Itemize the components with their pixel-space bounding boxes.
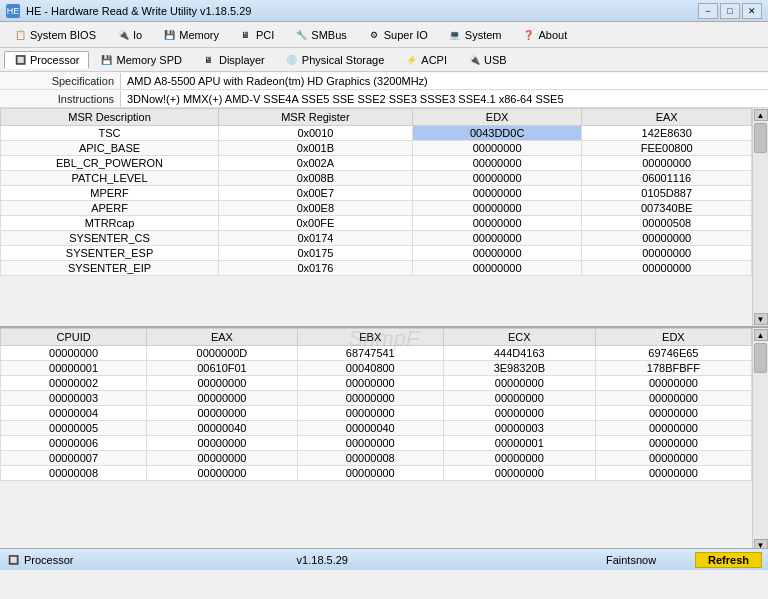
cpuid-cell-ebx: 00000008 <box>297 451 443 466</box>
msr-cell-desc: SYSENTER_ESP <box>1 246 219 261</box>
cpuid-header-edx: EDX <box>595 329 751 346</box>
msr-table: MSR Description MSR Register EDX EAX TSC… <box>0 108 752 276</box>
msr-row: EBL_CR_POWERON 0x002A 00000000 00000000 <box>1 156 752 171</box>
cpuid-row: 00000001 00610F01 00040800 3E98320B 178B… <box>1 361 752 376</box>
cpuid-cell-eax: 0000000D <box>147 346 298 361</box>
msr-header-reg: MSR Register <box>219 109 413 126</box>
nav-tab-about[interactable]: ❓ About <box>512 26 576 44</box>
msr-cell-reg: 0x00FE <box>219 216 413 231</box>
cpuid-cell-eax: 00000040 <box>147 421 298 436</box>
msr-scroll-up[interactable]: ▲ <box>754 109 768 121</box>
instructions-value: 3DNow!(+) MMX(+) AMD-V SSE4A SSE5 SSE SS… <box>120 91 768 107</box>
msr-cell-eax: 00000000 <box>582 231 752 246</box>
msr-cell-eax: 00000000 <box>582 261 752 276</box>
close-button[interactable]: ✕ <box>742 3 762 19</box>
tab-displayer[interactable]: 🖥 Displayer <box>193 51 274 69</box>
specification-row: Specification AMD A8-5500 APU with Radeo… <box>0 72 768 90</box>
cpuid-cell-ebx: 00000000 <box>297 391 443 406</box>
msr-cell-desc: PATCH_LEVEL <box>1 171 219 186</box>
msr-cell-eax: 00000000 <box>582 156 752 171</box>
cpuid-cell-eax: 00000000 <box>147 451 298 466</box>
msr-cell-reg: 0x0010 <box>219 126 413 141</box>
about-icon: ❓ <box>521 29 535 41</box>
cpuid-header-eax: EAX <box>147 329 298 346</box>
cpuid-cell-cpuid: 00000004 <box>1 406 147 421</box>
cpuid-row: 00000002 00000000 00000000 00000000 0000… <box>1 376 752 391</box>
msr-row: PATCH_LEVEL 0x008B 00000000 06001116 <box>1 171 752 186</box>
msr-cell-eax: 00000508 <box>582 216 752 231</box>
msr-scroll-down[interactable]: ▼ <box>754 313 768 325</box>
cpuid-cell-eax: 00000000 <box>147 376 298 391</box>
msr-cell-desc: EBL_CR_POWERON <box>1 156 219 171</box>
displayer-tab-icon: 🖥 <box>202 54 216 66</box>
cpuid-header-cpuid: CPUID <box>1 329 147 346</box>
cpuid-cell-ebx: 68747541 <box>297 346 443 361</box>
msr-cell-desc: APERF <box>1 201 219 216</box>
msr-cell-desc: TSC <box>1 126 219 141</box>
cpuid-scroll-thumb[interactable] <box>754 343 767 373</box>
cpuid-cell-ecx: 00000000 <box>443 406 595 421</box>
cpuid-cell-edx: 00000000 <box>595 391 751 406</box>
cpuid-cell-cpuid: 00000005 <box>1 421 147 436</box>
msr-row: APERF 0x00E8 00000000 007340BE <box>1 201 752 216</box>
msr-cell-reg: 0x00E7 <box>219 186 413 201</box>
msr-cell-edx: 00000000 <box>412 141 582 156</box>
cpuid-scroll-up[interactable]: ▲ <box>754 329 768 341</box>
cpuid-cell-cpuid: 00000000 <box>1 346 147 361</box>
cpuid-cell-ebx: 00040800 <box>297 361 443 376</box>
cpuid-cell-ebx: 00000000 <box>297 376 443 391</box>
tab-usb[interactable]: 🔌 USB <box>458 51 516 69</box>
cpuid-row: 00000006 00000000 00000000 00000001 0000… <box>1 436 752 451</box>
cpuid-table-wrapper: CPUID EAX EBX ECX EDX 00000000 0000000D … <box>0 328 752 552</box>
msr-cell-edx: 00000000 <box>412 186 582 201</box>
msr-table-section: MSR Description MSR Register EDX EAX TSC… <box>0 108 768 328</box>
cpuid-cell-ecx: 00000000 <box>443 391 595 406</box>
cpuid-cell-eax: 00000000 <box>147 466 298 481</box>
msr-header-eax: EAX <box>582 109 752 126</box>
msr-scroll-thumb[interactable] <box>754 123 767 153</box>
nav-tab-memory[interactable]: 💾 Memory <box>153 26 228 44</box>
msr-cell-desc: SYSENTER_EIP <box>1 261 219 276</box>
nav-bar: 📋 System BIOS 🔌 Io 💾 Memory 🖥 PCI 🔧 SMBu… <box>0 22 768 48</box>
tab-physical-storage[interactable]: 💿 Physical Storage <box>276 51 394 69</box>
nav-tab-pci[interactable]: 🖥 PCI <box>230 26 283 44</box>
cpuid-cell-ecx: 3E98320B <box>443 361 595 376</box>
nav-tab-smbus[interactable]: 🔧 SMBus <box>285 26 355 44</box>
cpuid-cell-ecx: 00000000 <box>443 451 595 466</box>
smbus-icon: 🔧 <box>294 29 308 41</box>
nav-tab-super-io[interactable]: ⚙ Super IO <box>358 26 437 44</box>
instructions-label: Instructions <box>0 91 120 107</box>
memory-spd-tab-icon: 💾 <box>100 54 114 66</box>
acpi-tab-icon: ⚡ <box>404 54 418 66</box>
tab-memory-spd[interactable]: 💾 Memory SPD <box>91 51 191 69</box>
msr-cell-edx: 00000000 <box>412 171 582 186</box>
msr-cell-edx: 00000000 <box>412 201 582 216</box>
tab-acpi[interactable]: ⚡ ACPI <box>395 51 456 69</box>
nav-tab-system-bios[interactable]: 📋 System BIOS <box>4 26 105 44</box>
cpuid-cell-edx: 178BFBFF <box>595 361 751 376</box>
title-controls: − □ ✕ <box>698 3 762 19</box>
specification-value: AMD A8-5500 APU with Radeon(tm) HD Graph… <box>120 73 768 89</box>
msr-cell-eax: 142E8630 <box>582 126 752 141</box>
cpuid-cell-edx: 00000000 <box>595 376 751 391</box>
minimize-button[interactable]: − <box>698 3 718 19</box>
cpuid-header-ecx: ECX <box>443 329 595 346</box>
cpuid-table-section: CPUID EAX EBX ECX EDX 00000000 0000000D … <box>0 328 768 552</box>
cpuid-cell-cpuid: 00000003 <box>1 391 147 406</box>
msr-cell-desc: MTRRcap <box>1 216 219 231</box>
msr-cell-reg: 0x0174 <box>219 231 413 246</box>
msr-row: SYSENTER_ESP 0x0175 00000000 00000000 <box>1 246 752 261</box>
refresh-button[interactable]: Refresh <box>695 552 762 568</box>
cpuid-scrollbar[interactable]: ▲ ▼ <box>752 328 768 552</box>
msr-cell-edx: 00000000 <box>412 261 582 276</box>
maximize-button[interactable]: □ <box>720 3 740 19</box>
msr-table-wrapper: MSR Description MSR Register EDX EAX TSC… <box>0 108 752 326</box>
msr-scrollbar[interactable]: ▲ ▼ <box>752 108 768 326</box>
nav-tab-io[interactable]: 🔌 Io <box>107 26 151 44</box>
msr-header-edx: EDX <box>412 109 582 126</box>
cpuid-row: 00000003 00000000 00000000 00000000 0000… <box>1 391 752 406</box>
status-version: v1.18.5.29 <box>262 554 382 566</box>
nav-tab-system[interactable]: 💻 System <box>439 26 511 44</box>
system-icon: 💻 <box>448 29 462 41</box>
tab-processor[interactable]: 🔲 Processor <box>4 51 89 69</box>
